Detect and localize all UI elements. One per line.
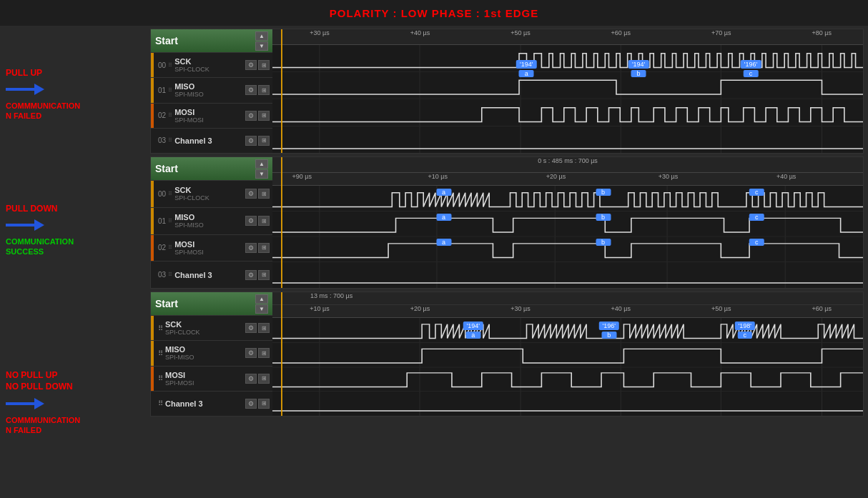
scroll-down-btn[interactable]: ▼ — [255, 41, 268, 51]
tr3-t1: +10 µs — [310, 305, 329, 312]
ch1-r3-icons[interactable]: ⚙ ⊞ — [245, 136, 270, 146]
badge-p3-198: '198' — [735, 322, 755, 330]
scroll-up-btn-2[interactable]: ▲ — [255, 159, 268, 169]
panel3-header: Start ▲ ▼ — [151, 292, 272, 315]
gear-2-r3[interactable]: ⚙ — [245, 270, 257, 280]
ch1-row1: 01 ⠿ MISO SPI-MISO ⚙ ⊞ — [151, 77, 272, 102]
tr3-t5: +50 µs — [711, 305, 731, 312]
cursor-line-1 — [281, 29, 282, 153]
pullup-label: PULL UP — [6, 68, 80, 78]
tr3-t6: +60 µs — [812, 305, 831, 312]
badge-p2-mosi-c: c — [749, 239, 764, 246]
gear-2-r1[interactable]: ⚙ — [245, 216, 257, 226]
panel1-header-arrows[interactable]: ▲ ▼ — [255, 31, 268, 51]
panel1-header: Start ▲ ▼ — [151, 29, 272, 52]
ch1-r1-num: 01 — [158, 86, 166, 94]
expand-2-r0[interactable]: ⊞ — [258, 189, 270, 199]
waveform-area-3: 13 ms : 700 µs +10 µs +20 µs +30 µs +40 … — [272, 292, 863, 416]
tr1-t4: +60 µs — [611, 29, 631, 36]
time-ruler-2: 0 s : 485 ms : 700 µs — [272, 157, 863, 173]
ch1-r1-icons[interactable]: ⚙ ⊞ — [245, 85, 270, 95]
gear-icon-ch1r0[interactable]: ⚙ — [245, 60, 257, 70]
expand-3-r3[interactable]: ⊞ — [258, 399, 270, 409]
tr3-t3: +30 µs — [511, 305, 530, 312]
annotation-pullup: PULL UP COMMMUNICATIONN FAILED — [6, 68, 80, 121]
waveform-svg-1 — [272, 45, 863, 153]
ch1-r0-names: SCK SPI-CLOCK — [174, 57, 243, 73]
scroll-down-btn-3[interactable]: ▼ — [255, 304, 268, 314]
expand-icon-ch1r0[interactable]: ⊞ — [258, 60, 270, 70]
panel2-header-arrows[interactable]: ▲ ▼ — [255, 159, 268, 179]
gear-2-r0[interactable]: ⚙ — [245, 189, 257, 199]
badge-p3-196: '196' — [599, 322, 619, 330]
badge-p1-194b: '194' — [628, 60, 648, 69]
gear-3-r2[interactable]: ⚙ — [245, 374, 257, 384]
gear-2-r2[interactable]: ⚙ — [245, 243, 257, 253]
tr2-t1: +90 µs — [292, 173, 312, 180]
gear-icon-ch1r1[interactable]: ⚙ — [245, 85, 257, 95]
expand-3-r0[interactable]: ⊞ — [258, 323, 270, 333]
gear-3-r3[interactable]: ⚙ — [245, 399, 257, 409]
annotation-pulldown: PULL DOWN COMMUNICATIONSUCCESS — [6, 204, 74, 257]
scroll-down-btn-2[interactable]: ▼ — [255, 169, 268, 179]
expand-2-r3[interactable]: ⊞ — [258, 270, 270, 280]
tr1-t3: +50 µs — [511, 29, 530, 36]
expand-3-r1[interactable]: ⊞ — [258, 348, 270, 358]
badge-p2-mosi-a: a — [436, 239, 451, 246]
expand-2-r2[interactable]: ⊞ — [258, 243, 270, 253]
panel3-header-arrows[interactable]: ▲ ▼ — [255, 294, 268, 314]
ch1-row2: 02 ⠿ MOSI SPI-MOSI ⚙ ⊞ — [151, 103, 272, 128]
ch2-row2: 02 ⠿ MOSISPI-MOSI ⚙ ⊞ — [151, 234, 272, 262]
expand-2-r1[interactable]: ⊞ — [258, 216, 270, 226]
badge-p1-c: c — [744, 70, 759, 77]
badge-p2-sck-b: b — [596, 189, 611, 196]
ch1-r1-dots: ⠿ — [168, 87, 172, 94]
pullup-arrow — [6, 81, 52, 98]
ch1-r1-names: MISO SPI-MISO — [174, 82, 243, 98]
gear-icon-ch1r2[interactable]: ⚙ — [245, 111, 257, 121]
time-ruler-3a: 13 ms : 700 µs — [272, 292, 863, 305]
scroll-up-btn[interactable]: ▲ — [255, 31, 268, 41]
ch1-row0: 00 ⠿ SCK SPI-CLOCK ⚙ ⊞ — [151, 52, 272, 77]
ch1-r2-icons[interactable]: ⚙ ⊞ — [245, 111, 270, 121]
ch2-row1: 01 ⠿ MISOSPI-MISO ⚙ ⊞ — [151, 207, 272, 234]
badge-p2-miso-c: c — [749, 214, 764, 221]
expand-icon-ch1r2[interactable]: ⊞ — [258, 111, 270, 121]
tr3-center: 13 ms : 700 µs — [310, 292, 352, 299]
badge-p3-b: b — [601, 332, 616, 339]
gear-icon-ch1r3[interactable]: ⚙ — [245, 136, 257, 146]
tr2-t3: +20 µs — [546, 173, 566, 180]
page-wrapper: POLARITY : LOW PHASE : 1st EDGE PULL UP … — [0, 0, 868, 498]
ch2-row3: 03 ⠿ Channel 3 ⚙ ⊞ — [151, 261, 272, 288]
gear-3-r0[interactable]: ⚙ — [245, 323, 257, 333]
cursor-line-2 — [281, 157, 282, 288]
tr1-t2: +40 µs — [410, 29, 430, 36]
panel1-start-label: Start — [155, 35, 178, 46]
nopull-label: NO PULL UPNO PULL DOWN — [6, 370, 80, 392]
header: POLARITY : LOW PHASE : 1st EDGE — [0, 0, 868, 26]
channel-list-1: Start ▲ ▼ 00 ⠿ SCK SPI-CLOCK ⚙ ⊞ — [151, 29, 272, 153]
ch1-r0-icons[interactable]: ⚙ ⊞ — [245, 60, 270, 70]
expand-3-r2[interactable]: ⊞ — [258, 374, 270, 384]
pulldown-arrow — [6, 216, 52, 234]
ch1-r2-dots: ⠿ — [168, 112, 172, 119]
ch1-r2-names: MOSI SPI-MOSI — [174, 108, 243, 124]
expand-icon-ch1r1[interactable]: ⊞ — [258, 85, 270, 95]
ch1-r3-dots: ⠿ — [168, 137, 172, 144]
ch1-r0-num: 00 — [158, 61, 166, 69]
waveform-svg-3 — [272, 318, 863, 416]
header-title: POLARITY : LOW PHASE : 1st EDGE — [330, 7, 538, 19]
time-ruler-2b: +90 µs +10 µs +20 µs +30 µs +40 µs — [272, 173, 863, 186]
badge-p2-sck-c: c — [749, 189, 764, 196]
gear-3-r1[interactable]: ⚙ — [245, 348, 257, 358]
badge-p3-194: '194' — [463, 322, 483, 330]
waveform-area-1: +30 µs +40 µs +50 µs +60 µs +70 µs +80 µ… — [272, 29, 863, 153]
scroll-up-btn-3[interactable]: ▲ — [255, 294, 268, 304]
expand-icon-ch1r3[interactable]: ⊞ — [258, 136, 270, 146]
waveform-svg-2 — [272, 186, 863, 288]
ch3-row2: ⠿ MOSISPI-MOSI ⚙ ⊞ — [151, 366, 272, 391]
channel-list-2: Start ▲ ▼ 00 ⠿ SCKSPI-CLOCK ⚙ ⊞ 01 ⠿ — [151, 157, 272, 288]
badge-p1-b: b — [631, 70, 646, 77]
tr3-t4: +40 µs — [611, 305, 631, 312]
tr1-t1: +30 µs — [310, 29, 329, 36]
